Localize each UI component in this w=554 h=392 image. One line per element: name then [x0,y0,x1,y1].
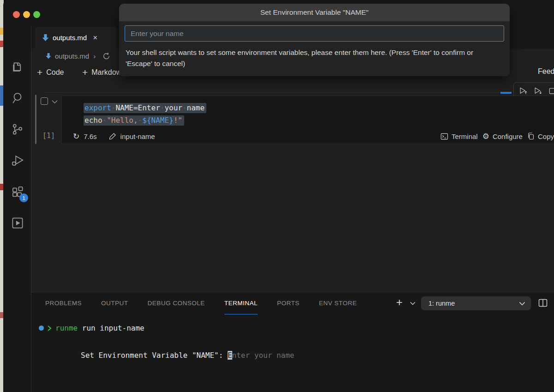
code-token: "Hello, [107,116,138,125]
copy-icon [527,133,535,140]
code-token: name [187,103,205,112]
dialog-title: Set Environment Variable "NAME" [119,4,510,21]
code-line[interactable]: echo·"Hello,·${NAME}!" [84,114,206,127]
cell-name[interactable]: input-name [120,133,155,140]
panel-actions: + 1: runme [388,292,554,314]
terminal-viewport[interactable]: runme run input-name Set Environment Var… [31,320,554,392]
panel-tab-bar: PROBLEMSOUTPUTDEBUG CONSOLETERMINALPORTS… [45,292,357,314]
configure-label: Configure [493,133,523,140]
source-control-icon[interactable] [10,121,25,137]
code-token: · [102,116,107,125]
code-token: · [138,116,143,125]
code-token: } [169,116,174,125]
copy-label: Copy [538,133,554,140]
open-terminal-button[interactable]: Terminal [440,133,478,140]
terminal-command: runme [55,324,78,332]
code-token: · [182,103,187,112]
dialog-description: Your shell script wants to set some envi… [126,47,495,69]
command-decoration-dot[interactable] [39,326,44,331]
execution-count: [1] [42,132,55,140]
cell-top-border [44,92,510,93]
panel-tab-problems[interactable]: PROBLEMS [45,292,82,314]
code-token: ${ [142,116,151,125]
clear-outputs-icon-partial[interactable] [548,86,554,96]
copy-button[interactable]: Copy [527,133,554,140]
zoom-window-button[interactable] [33,11,40,18]
terminal-env-prompt-line: Set Environment Variable "NAME": Enter y… [45,342,294,368]
add-code-label: Code [46,68,64,77]
breadcrumb-separator-icon: › [93,52,96,60]
search-icon[interactable] [10,90,25,106]
split-terminal-icon[interactable] [538,299,548,307]
prompt-chevron-icon [47,325,52,332]
terminal-picker-dropdown[interactable]: 1: runme [421,296,531,310]
terminal-icon [440,133,448,140]
feedback-link[interactable]: Feedback [538,67,554,76]
terminal-label: Terminal [452,133,478,140]
close-tab-icon[interactable]: × [93,33,97,42]
cell-collapse-chevron-icon[interactable] [52,100,58,104]
tab-outputs-md[interactable]: outputs.md × [35,27,116,48]
explorer-icon[interactable] [10,59,25,75]
new-terminal-dropdown-chevron-icon[interactable] [410,302,416,305]
new-terminal-button[interactable]: + [396,296,403,309]
panel-tab-output[interactable]: OUTPUT [101,292,128,314]
extensions-badge: 1 [19,193,28,202]
run-cells-above-icon[interactable] [518,86,528,96]
terminal-picker-label: 1: runme [428,300,455,307]
runme-file-icon-small [45,53,52,59]
code-token: export [84,103,111,112]
run-cell-and-below-icon[interactable] [533,86,542,96]
runme-notebooks-icon[interactable] [10,215,25,231]
plus-icon: + [82,68,88,77]
panel-tab-debug-console[interactable]: DEBUG CONSOLE [148,292,205,314]
panel-tab-ports[interactable]: PORTS [277,292,300,314]
cell-duration: 7.6s [84,133,96,140]
close-window-button[interactable] [13,11,20,18]
extensions-icon[interactable]: 1 [10,184,25,200]
code-token: echo [84,116,102,125]
code-token: your [164,103,182,112]
cell-horizontal-scrollbar[interactable] [500,92,512,94]
cell-select-checkbox[interactable] [41,97,48,105]
terminal-command-line: runme run input-name [39,324,145,332]
panel-tab-env-store[interactable]: ENV STORE [319,292,357,314]
quick-input-dialog: Set Environment Variable "NAME" Your she… [119,4,510,76]
env-value-input[interactable] [125,25,504,42]
terminal-args: run input-name [78,324,145,332]
cell-status-right: Terminal ⚙ Configure Copy [440,133,554,140]
cell-status-bar: ↻ 7.6s input-name Terminal ⚙ Configure C… [61,128,554,144]
plus-icon: + [37,68,42,77]
picker-chevron-down-icon [519,302,525,306]
code-token: NAME=Enter [115,103,160,112]
configure-button[interactable]: ⚙ Configure [482,133,523,140]
bottom-panel: PROBLEMSOUTPUTDEBUG CONSOLETERMINALPORTS… [31,292,554,392]
edit-name-pencil-icon[interactable] [109,133,116,140]
tab-label: outputs.md [53,34,87,42]
runme-file-icon [42,34,49,42]
code-token: · [160,103,165,112]
run-debug-icon[interactable] [10,153,25,169]
env-prompt-placeholder: nter your name [232,351,295,360]
code-token: !" [174,116,182,125]
code-token: · [111,103,116,112]
sync-breadcrumb-icon [102,52,110,60]
code-line[interactable]: export·NAME=Enter·your·name [84,102,206,114]
panel-tab-terminal[interactable]: TERMINAL [224,292,258,314]
env-prompt-prefix: Set Environment Variable "NAME": [81,351,228,360]
breadcrumb-file[interactable]: outputs.md [55,52,89,60]
gear-icon: ⚙ [482,133,489,140]
cell-status-left: ↻ 7.6s input-name [61,133,155,140]
cell-focus-bar[interactable] [35,95,36,144]
vscode-window: 1 outputs.md × outputs.md › + Code + Mar… [0,0,554,392]
minimize-window-button[interactable] [23,11,30,18]
cell-code[interactable]: export·NAME=Enter·your·nameecho·"Hello,·… [84,102,206,127]
code-token: NAME [151,116,169,125]
activity-bar: 1 [3,26,31,392]
rerun-icon[interactable]: ↻ [73,133,79,140]
add-code-cell-button[interactable]: + Code [37,66,64,78]
terminal-cursor: E [228,351,232,360]
